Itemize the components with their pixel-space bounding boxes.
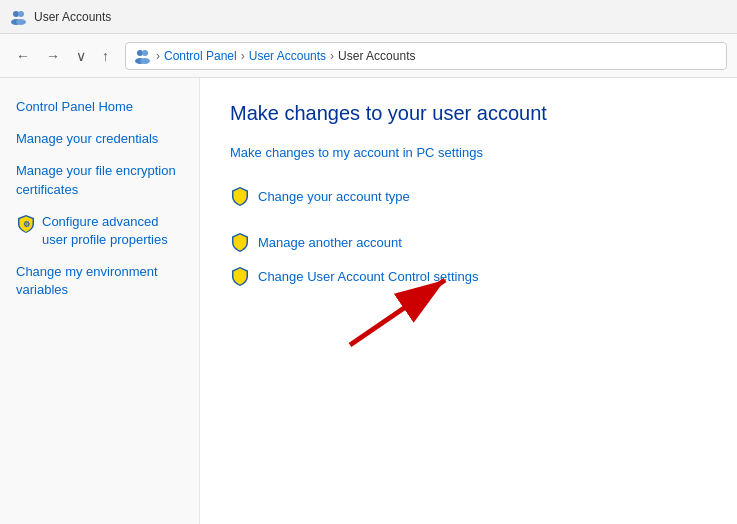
svg-point-5 [142, 50, 148, 56]
up-button[interactable]: ↑ [96, 44, 115, 68]
link-pc-settings[interactable]: Make changes to my account in PC setting… [230, 145, 483, 160]
divider-2 [230, 220, 707, 232]
link-row-account-type[interactable]: Change your account type [230, 186, 707, 206]
svg-point-1 [18, 11, 24, 17]
nav-bar: ← → ∨ ↑ › Control Panel › User Accounts … [0, 34, 737, 78]
sidebar-link-credentials[interactable]: Manage your credentials [16, 131, 158, 146]
sidebar: Control Panel Home Manage your credentia… [0, 78, 200, 524]
sidebar-link-profile[interactable]: Configure advanced user profile properti… [42, 213, 183, 249]
red-arrow-svg [290, 260, 490, 350]
address-text: › Control Panel › User Accounts › User A… [156, 49, 415, 63]
svg-line-10 [350, 280, 445, 345]
shield-icon-uac [230, 266, 250, 286]
back-button[interactable]: ← [10, 44, 36, 68]
address-icon [134, 48, 150, 64]
shield-icon-profile: ⚙ [16, 213, 36, 233]
arrow-annotation [230, 300, 707, 380]
divider-1 [230, 174, 707, 186]
sidebar-link-encryption[interactable]: Manage your file encryption certificates [16, 163, 176, 196]
address-bar[interactable]: › Control Panel › User Accounts › User A… [125, 42, 727, 70]
breadcrumb-user-accounts-2: User Accounts [338, 49, 415, 63]
title-bar-text: User Accounts [34, 10, 111, 24]
svg-point-7 [140, 58, 150, 64]
sidebar-item-profile[interactable]: ⚙ Configure advanced user profile proper… [16, 213, 183, 249]
address-sep-3: › [330, 49, 334, 63]
title-bar: User Accounts [0, 0, 737, 34]
sidebar-link-env[interactable]: Change my environment variables [16, 264, 158, 297]
dropdown-button[interactable]: ∨ [70, 44, 92, 68]
window-icon [10, 9, 26, 25]
content-area: Make changes to your user account Make c… [200, 78, 737, 524]
main-area: Control Panel Home Manage your credentia… [0, 78, 737, 524]
breadcrumb-user-accounts-1[interactable]: User Accounts [249, 49, 326, 63]
page-title: Make changes to your user account [230, 102, 707, 125]
link-row-pc-settings[interactable]: Make changes to my account in PC setting… [230, 145, 707, 160]
sidebar-item-credentials[interactable]: Manage your credentials [16, 130, 183, 148]
link-manage-account[interactable]: Manage another account [258, 235, 402, 250]
svg-text:⚙: ⚙ [23, 220, 30, 229]
sidebar-link-home[interactable]: Control Panel Home [16, 99, 133, 114]
sidebar-item-home[interactable]: Control Panel Home [16, 98, 183, 116]
sidebar-item-encryption[interactable]: Manage your file encryption certificates [16, 162, 183, 198]
link-account-type[interactable]: Change your account type [258, 189, 410, 204]
address-sep-2: › [241, 49, 245, 63]
shield-icon-manage-account [230, 232, 250, 252]
forward-button[interactable]: → [40, 44, 66, 68]
link-row-manage-account[interactable]: Manage another account [230, 232, 707, 252]
shield-icon-account-type [230, 186, 250, 206]
address-sep-1: › [156, 49, 160, 63]
svg-point-3 [16, 19, 26, 25]
breadcrumb-control-panel[interactable]: Control Panel [164, 49, 237, 63]
sidebar-item-env[interactable]: Change my environment variables [16, 263, 183, 299]
